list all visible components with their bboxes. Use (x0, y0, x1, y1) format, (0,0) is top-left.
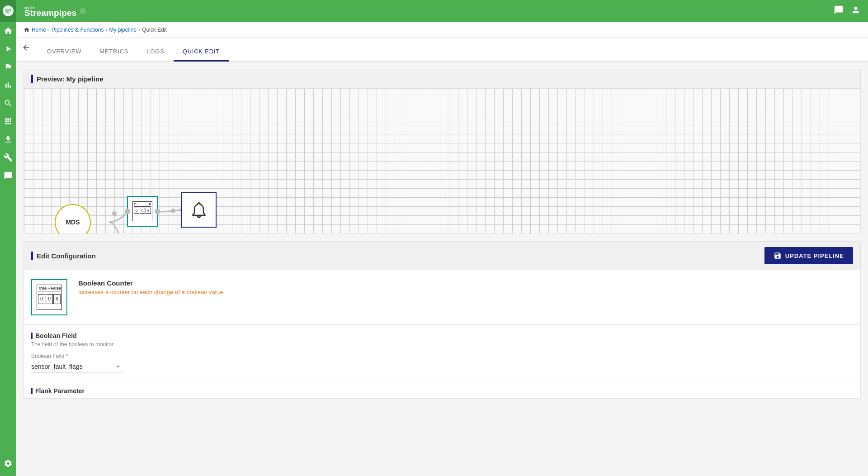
svg-text:Streampipes: Streampipes (24, 8, 77, 18)
component-icon: True→False 0 0 8 (31, 279, 67, 315)
breadcrumb-pipelines[interactable]: Pipelines & Functions (52, 27, 104, 33)
svg-point-4 (80, 8, 86, 14)
boolean-field-config: Boolean Field The field of the boolean t… (24, 325, 860, 380)
breadcrumb-pipeline-name[interactable]: My pipeline (109, 27, 137, 33)
topbar-message-icon[interactable] (834, 5, 844, 17)
bool-counter-icon-top: T→F 0 0 8 (132, 201, 152, 221)
breadcrumb-home[interactable]: Home (32, 27, 46, 33)
svg-point-7 (171, 209, 175, 213)
breadcrumb-sep3: › (138, 27, 140, 33)
component-desc: Increases a counter on each change of a … (78, 289, 853, 295)
sidebar-flag-icon[interactable] (0, 58, 16, 76)
component-name: Boolean Counter (78, 279, 853, 287)
breadcrumb-current: Quick Edit (142, 27, 167, 33)
edit-config-title: Edit Configuration (31, 252, 96, 260)
preview-section: Preview: My pipeline (24, 69, 861, 234)
edit-config-section: Edit Configuration UPDATE PIPELINE True→… (24, 241, 861, 399)
sidebar-barchart-icon[interactable] (0, 76, 16, 94)
sidebar-build-icon[interactable] (0, 148, 16, 167)
component-info: Boolean Counter Increases a counter on e… (78, 279, 853, 295)
topbar-account-icon[interactable] (851, 5, 861, 17)
node-mds: MDS (55, 204, 91, 233)
node-notification (181, 192, 217, 228)
breadcrumb-sep2: › (105, 27, 107, 33)
main-content: apache Streampipes Home › Pipelines & Fu… (16, 0, 868, 476)
topbar-actions (834, 5, 861, 17)
boolean-field-select[interactable]: sensor_fault_flags (31, 361, 122, 372)
sidebar-search-icon[interactable] (0, 94, 16, 112)
boolean-field-label: Boolean Field * (31, 353, 853, 359)
sidebar-comment-icon[interactable] (0, 167, 16, 185)
sidebar-settings-icon[interactable] (0, 454, 16, 472)
mds-circle: MDS (55, 204, 91, 233)
mds-label: MDS (66, 219, 80, 226)
topbar-logo: apache Streampipes (24, 4, 87, 18)
svg-text:SP: SP (5, 9, 11, 14)
sidebar-play-icon[interactable] (0, 40, 16, 58)
edit-config-header: Edit Configuration UPDATE PIPELINE (24, 242, 860, 270)
node-output-dot-top (155, 209, 160, 214)
node-input-dot-top (125, 209, 130, 214)
boolean-field-value: sensor_fault_flags (31, 363, 113, 370)
tab-bar: OVERVIEW METRICS LOGS QUICK EDIT (16, 38, 868, 62)
preview-title: Preview: My pipeline (31, 75, 104, 83)
svg-point-5 (112, 211, 117, 216)
tab-logs[interactable]: LOGS (137, 42, 173, 62)
breadcrumb-sep1: › (48, 27, 50, 33)
sidebar-home-icon[interactable] (0, 22, 16, 40)
component-icon-inner: True→False 0 0 8 (37, 285, 62, 310)
sidebar-apps-icon[interactable] (0, 112, 16, 130)
node-boolean-counter-top: T→F 0 0 8 (127, 196, 158, 227)
tab-overview[interactable]: OVERVIEW (38, 42, 90, 62)
tab-metrics[interactable]: METRICS (90, 42, 137, 62)
notification-box (181, 192, 217, 228)
preview-header: Preview: My pipeline (24, 69, 860, 89)
boolean-counter-top-box: T→F 0 0 8 (127, 196, 158, 227)
update-pipeline-button[interactable]: UPDATE PIPELINE (764, 247, 853, 264)
sidebar-download-icon[interactable] (0, 130, 16, 148)
back-button[interactable] (22, 43, 31, 54)
app-logo: SP (0, 0, 16, 22)
sidebar: SP (0, 0, 16, 476)
content-area: Preview: My pipeline (16, 62, 868, 476)
boolean-field-subtitle: The field of the boolean to monitor (31, 341, 853, 347)
pipeline-canvas: MDS T→F 0 0 8 (24, 89, 860, 233)
flank-parameter-title: Flank Parameter (24, 380, 860, 398)
component-row: True→False 0 0 8 Boolean Counter Increas… (24, 270, 860, 325)
topbar: apache Streampipes (16, 0, 868, 22)
breadcrumb: Home › Pipelines & Functions › My pipeli… (16, 22, 868, 38)
tab-quick-edit[interactable]: QUICK EDIT (174, 42, 229, 62)
boolean-field-title: Boolean Field (31, 332, 853, 339)
update-pipeline-label: UPDATE PIPELINE (785, 252, 844, 259)
